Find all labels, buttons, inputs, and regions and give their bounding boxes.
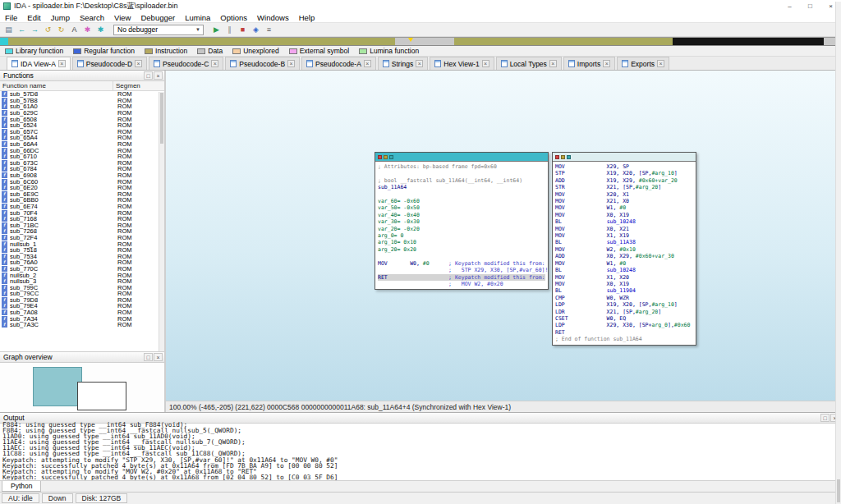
close-icon[interactable]: × xyxy=(211,60,218,67)
tab-hex-view-1[interactable]: Hex View-1× xyxy=(430,57,494,70)
asm-line[interactable]: ; bool __fastcall sub_11A64(__int64, __i… xyxy=(378,177,545,184)
float-panel-icon[interactable]: □ xyxy=(820,414,830,422)
asm-line[interactable]: LDR X21, [SP,#arg_20] xyxy=(555,309,693,315)
graph-view[interactable]: ; Attributes: bp-based frame fpd=0x60 ; … xyxy=(166,71,841,401)
asm-line[interactable]: var_40= -0x40 xyxy=(378,212,545,218)
float-panel-icon[interactable]: □ xyxy=(144,353,153,361)
save-icon[interactable]: ▤ xyxy=(2,24,15,35)
close-icon[interactable]: × xyxy=(657,60,664,67)
options-icon[interactable]: ≡ xyxy=(263,24,275,35)
column-header[interactable]: Segmen xyxy=(113,81,164,90)
close-icon[interactable]: × xyxy=(287,60,295,67)
debugger-pause-icon[interactable]: ∥ xyxy=(223,24,236,35)
function-row[interactable]: fsub_7A3CROM xyxy=(0,322,164,328)
asm-line[interactable]: STR X21, [SP,#arg_20] xyxy=(555,184,693,190)
close-icon[interactable]: × xyxy=(482,60,489,67)
close-icon[interactable]: × xyxy=(603,60,610,67)
tab-ida-view-a[interactable]: IDA View-A× xyxy=(7,57,71,70)
asm-line[interactable]: MOV X20, X1 xyxy=(555,191,693,198)
minimize-icon[interactable]: – xyxy=(779,0,800,12)
menu-item-file[interactable]: File xyxy=(0,13,22,22)
lumina-push-icon[interactable]: ✱ xyxy=(94,24,107,35)
menu-item-edit[interactable]: Edit xyxy=(22,13,45,22)
tab-python[interactable]: Python xyxy=(2,481,41,492)
close-panel-icon[interactable]: × xyxy=(154,353,163,361)
tab-exports[interactable]: Exports× xyxy=(617,57,669,70)
asm-line[interactable] xyxy=(378,170,545,176)
graph-node-patched[interactable]: ; Attributes: bp-based frame fpd=0x60 ; … xyxy=(375,152,549,290)
asm-line[interactable]: LDP X29, X30, [SP+arg_0],#0x60 xyxy=(555,322,693,328)
graph-node-body[interactable]: MOV X29, SPSTP X19, X20, [SP,#arg_10]ADD… xyxy=(552,152,696,346)
asm-line[interactable]: ; MOV W2, #0x20 xyxy=(378,281,545,287)
asm-line[interactable]: arg_10= 0x10 xyxy=(378,239,545,245)
asm-line[interactable]: MOV X1, X19 xyxy=(555,232,693,239)
graph-minimap[interactable] xyxy=(0,363,164,412)
asm-line[interactable]: CMP W0, WZR xyxy=(555,295,693,301)
asm-line[interactable]: var_60= -0x60 xyxy=(378,198,545,204)
asm-line[interactable]: MOV X21, X0 xyxy=(555,198,693,204)
close-icon[interactable]: × xyxy=(549,60,557,67)
asm-line[interactable]: MOV X1, X20 xyxy=(555,274,693,281)
asm-line[interactable]: ADD X0, X29, #0x60+var_30 xyxy=(555,253,693,259)
menu-item-options[interactable]: Options xyxy=(215,13,252,22)
tab-pseudocode-b[interactable]: Pseudocode-B× xyxy=(225,57,300,70)
asm-line[interactable]: BL sub_11A38 xyxy=(555,239,693,245)
asm-line[interactable]: var_20= -0x20 xyxy=(378,226,545,232)
node-title-bar[interactable] xyxy=(375,153,548,162)
debugger-stop-icon[interactable]: ■ xyxy=(237,24,249,35)
navigation-band[interactable] xyxy=(0,37,841,46)
nav-back-icon[interactable]: ← xyxy=(16,24,28,35)
asm-line[interactable]: CSET W0, EQ xyxy=(555,315,693,322)
functions-scrollbar[interactable] xyxy=(159,92,164,351)
asm-line[interactable] xyxy=(378,191,545,198)
text-search-icon[interactable]: A xyxy=(68,24,80,35)
asm-line[interactable]: STP X19, X20, [SP,#arg_10] xyxy=(555,170,693,176)
menu-item-windows[interactable]: Windows xyxy=(252,13,294,22)
debugger-run-icon[interactable]: ▶ xyxy=(210,24,223,35)
output-scrollbar[interactable] xyxy=(835,2,841,504)
menu-item-lumina[interactable]: Lumina xyxy=(180,13,215,22)
node-title-bar[interactable] xyxy=(553,153,696,162)
tab-pseudocode-c[interactable]: Pseudocode-C× xyxy=(149,57,223,70)
menu-item-debugger[interactable]: Debugger xyxy=(136,13,180,22)
tab-pseudocode-a[interactable]: Pseudocode-A× xyxy=(301,57,376,70)
asm-line[interactable]: MOV X29, SP xyxy=(555,163,693,170)
asm-line[interactable]: LDP X19, X20, [SP,#arg_10] xyxy=(555,301,693,308)
asm-line[interactable]: arg_20= 0x20 xyxy=(378,246,545,253)
asm-line[interactable]: BL sub_10248 xyxy=(555,267,693,273)
asm-line[interactable]: MOV X0, X21 xyxy=(555,226,693,232)
menu-item-search[interactable]: Search xyxy=(75,13,109,22)
maximize-icon[interactable]: □ xyxy=(800,0,820,12)
asm-line[interactable]: MOV X0, X19 xyxy=(555,281,693,287)
tab-pseudocode-d[interactable]: Pseudocode-D× xyxy=(72,57,147,70)
function-list[interactable]: fsub_57D8ROMfsub_57B8ROMfsub_61A0ROMfsub… xyxy=(0,91,164,351)
tab-imports[interactable]: Imports× xyxy=(563,57,615,70)
debugger-attach-icon[interactable]: ◈ xyxy=(250,24,262,35)
asm-line[interactable]: RET ; Keypatch modified this from: xyxy=(378,274,545,281)
output-log[interactable]: F884: using guessed type __int64 sub_F88… xyxy=(0,422,841,480)
asm-line[interactable]: ADD X19, X29, #0x60+var_20 xyxy=(555,177,693,184)
asm-line[interactable]: MOV W2, #0x10 xyxy=(555,246,693,253)
asm-line[interactable]: BL sub_10248 xyxy=(555,218,693,225)
menu-item-jump[interactable]: Jump xyxy=(46,13,75,22)
scrollbar-thumb[interactable] xyxy=(837,479,840,502)
asm-line[interactable] xyxy=(378,253,545,259)
asm-line[interactable]: MOV W0, #0 ; Keypatch modified this from… xyxy=(378,260,545,267)
tab-strings[interactable]: Strings× xyxy=(378,57,428,70)
asm-line[interactable]: arg_0= 0 xyxy=(378,232,545,239)
asm-line[interactable]: ; Attributes: bp-based frame fpd=0x60 xyxy=(378,163,545,170)
column-header[interactable]: Function name xyxy=(0,81,113,90)
lumina-pull-icon[interactable]: ✱ xyxy=(81,24,94,35)
undo-icon[interactable]: ↺ xyxy=(42,24,54,35)
redo-icon[interactable]: ↻ xyxy=(55,24,67,35)
asm-line[interactable]: ; End of function sub_11A64 xyxy=(555,336,693,342)
menu-item-help[interactable]: Help xyxy=(294,13,320,22)
close-icon[interactable]: × xyxy=(135,60,142,67)
asm-line[interactable]: RET xyxy=(555,329,693,336)
close-icon[interactable]: × xyxy=(58,60,66,67)
asm-line[interactable]: ; STP X29, X30, [SP,#var_60]! xyxy=(378,267,545,273)
asm-line[interactable]: var_30= -0x30 xyxy=(378,218,545,225)
asm-line[interactable]: sub_11A64 xyxy=(378,184,545,190)
asm-line[interactable]: MOV W1, #0 xyxy=(555,260,693,267)
minimap-viewport[interactable] xyxy=(77,382,126,410)
